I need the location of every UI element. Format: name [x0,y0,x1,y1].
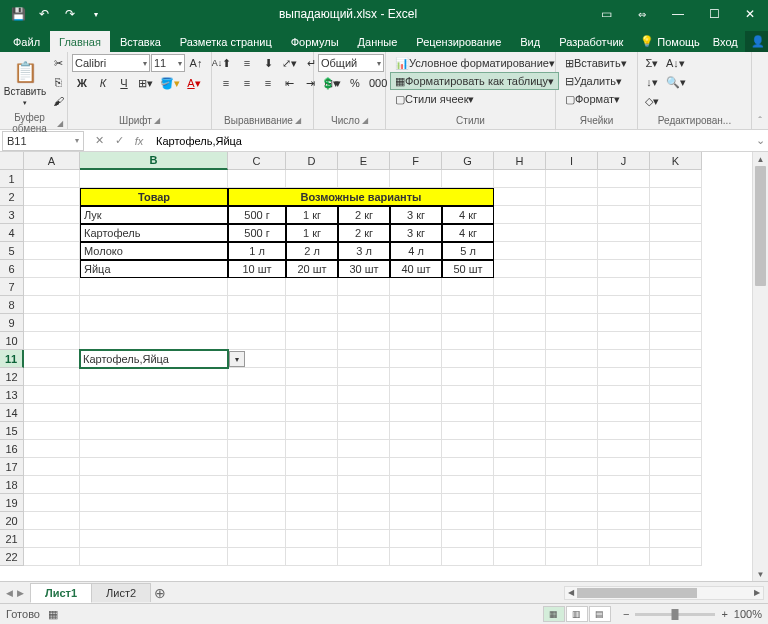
cell[interactable] [338,278,390,296]
percent-icon[interactable]: % [345,74,365,92]
clipboard-launcher-icon[interactable]: ◢ [57,119,63,128]
cut-icon[interactable]: ✂ [48,54,68,72]
cell[interactable] [598,224,650,242]
row-header[interactable]: 7 [0,278,24,296]
cell[interactable] [598,350,650,368]
cell[interactable] [390,548,442,566]
cell[interactable] [80,476,228,494]
page-break-view-icon[interactable]: ▤ [589,606,611,622]
cell[interactable] [390,170,442,188]
cell[interactable] [494,260,546,278]
cell[interactable] [24,368,80,386]
cell[interactable] [24,170,80,188]
maximize-icon[interactable]: ☐ [696,0,732,28]
cell[interactable] [286,278,338,296]
cell[interactable] [390,278,442,296]
cell[interactable] [24,188,80,206]
cell[interactable] [546,260,598,278]
cell[interactable] [650,278,702,296]
cell[interactable] [338,440,390,458]
cell[interactable] [228,314,286,332]
cell[interactable] [598,386,650,404]
insert-cells-button[interactable]: ⊞ Вставить ▾ [560,54,636,72]
cell[interactable] [228,494,286,512]
tab-insert[interactable]: Вставка [111,31,170,52]
cell[interactable] [80,548,228,566]
fill-icon[interactable]: ↓▾ [642,73,662,91]
vertical-scrollbar[interactable]: ▲▼ [752,152,768,581]
row-header[interactable]: 20 [0,512,24,530]
copy-icon[interactable]: ⎘ [48,73,68,91]
decrease-indent-icon[interactable]: ⇤ [279,74,299,92]
increase-font-icon[interactable]: A↑ [186,54,206,72]
zoom-in-icon[interactable]: + [721,608,727,620]
cell[interactable] [228,476,286,494]
cell[interactable] [546,458,598,476]
font-launcher-icon[interactable]: ◢ [154,116,160,125]
cell[interactable] [598,206,650,224]
cell[interactable] [442,494,494,512]
cell[interactable]: Лук [80,206,228,224]
bold-button[interactable]: Ж [72,74,92,92]
cell[interactable] [286,404,338,422]
cell[interactable]: 3 кг [390,206,442,224]
column-header[interactable]: B [80,152,228,170]
sheet-tab-2[interactable]: Лист2 [91,583,151,602]
ribbon-options-icon[interactable]: ▭ [588,0,624,28]
cell[interactable] [598,188,650,206]
cell[interactable]: 30 шт [338,260,390,278]
cell[interactable] [286,170,338,188]
cell[interactable] [80,332,228,350]
cell[interactable] [228,458,286,476]
cell[interactable] [598,260,650,278]
cell[interactable] [24,296,80,314]
font-name-combo[interactable]: Calibri▾ [72,54,150,72]
find-select-icon[interactable]: 🔍▾ [663,73,689,91]
cell[interactable] [390,386,442,404]
cell[interactable] [494,170,546,188]
cell[interactable] [442,314,494,332]
cell[interactable] [80,314,228,332]
row-header[interactable]: 13 [0,386,24,404]
cell[interactable] [80,404,228,422]
cell[interactable] [80,386,228,404]
cell[interactable] [228,512,286,530]
cell[interactable] [546,494,598,512]
cell[interactable] [390,368,442,386]
tab-developer[interactable]: Разработчик [550,31,632,52]
cell[interactable]: 3 кг [390,224,442,242]
align-top-icon[interactable]: ⬆ [216,54,236,72]
cell[interactable] [338,332,390,350]
cell[interactable] [228,296,286,314]
cell[interactable] [494,368,546,386]
cell[interactable] [650,332,702,350]
cell[interactable] [338,314,390,332]
cell-styles-button[interactable]: ▢ Стили ячеек ▾ [390,90,510,108]
cell[interactable] [24,404,80,422]
cell[interactable] [650,368,702,386]
cell[interactable] [442,548,494,566]
cell[interactable] [598,278,650,296]
column-header[interactable]: K [650,152,702,170]
close-icon[interactable]: ✕ [732,0,768,28]
cell[interactable] [24,440,80,458]
align-left-icon[interactable]: ≡ [216,74,236,92]
row-header[interactable]: 5 [0,242,24,260]
cell[interactable] [494,206,546,224]
number-format-combo[interactable]: Общий▾ [318,54,384,72]
cell[interactable] [338,368,390,386]
tab-formulas[interactable]: Формулы [282,31,348,52]
cell[interactable] [228,368,286,386]
formula-input[interactable] [152,135,752,147]
cell[interactable] [228,386,286,404]
row-header[interactable]: 3 [0,206,24,224]
cell[interactable] [598,404,650,422]
cell[interactable]: Картофель [80,224,228,242]
cell[interactable] [650,296,702,314]
horizontal-scrollbar[interactable]: ◀▶ [564,586,764,600]
cell[interactable] [650,530,702,548]
cell[interactable] [650,242,702,260]
cell[interactable] [390,296,442,314]
cell[interactable] [546,404,598,422]
cell[interactable] [598,422,650,440]
